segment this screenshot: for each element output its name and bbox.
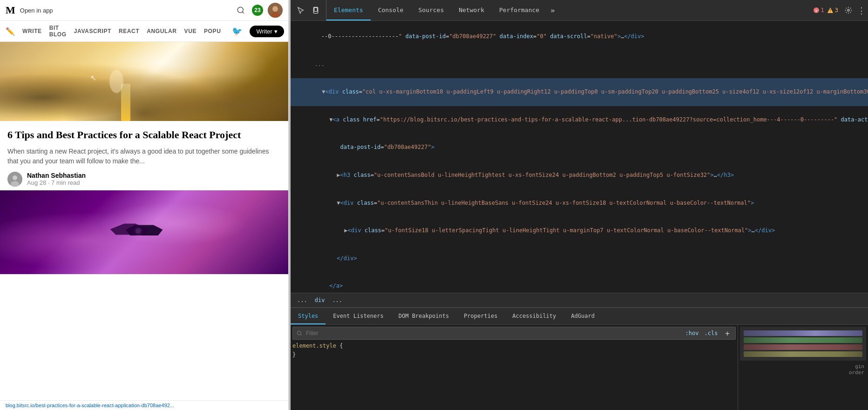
tab-styles[interactable]: Styles — [291, 308, 326, 324]
tree-line[interactable]: ▶<div class="u-fontSize18 u-letterSpacin… — [291, 217, 868, 245]
tab-adguard[interactable]: AdGuard — [563, 308, 602, 324]
author-row: Nathan Sebhastian Aug 28 · 7 min read — [7, 172, 281, 187]
filter-bar: :hov .cls + — [292, 327, 736, 340]
breadcrumb-div[interactable]: div — [312, 296, 328, 304]
tab-elements[interactable]: Elements — [326, 0, 371, 20]
svg-point-2 — [272, 6, 278, 12]
tree-line[interactable]: </a> — [291, 272, 868, 293]
author-name: Nathan Sebhastian — [27, 172, 86, 179]
devtools-icons — [291, 0, 326, 20]
breadcrumb-bar: ... div ... — [291, 293, 868, 308]
tree-line[interactable]: ▼<div class="u-contentSansThin u-lineHei… — [291, 189, 868, 217]
add-style-button[interactable]: + — [723, 329, 732, 338]
tree-line[interactable]: </div> — [291, 245, 868, 273]
tab-network[interactable]: Network — [451, 0, 492, 20]
content-area: ↖ 6 Tips and Best Practices for a Scalab… — [0, 42, 288, 400]
svg-point-5 — [13, 175, 17, 180]
nav-bitblog[interactable]: BIT BLOG — [49, 25, 67, 38]
search-button[interactable] — [234, 4, 247, 17]
tree-line[interactable]: ▶<h3 class="u-contentSansBold u-lineHeig… — [291, 161, 868, 189]
article-excerpt: When starting a new React project, it's … — [7, 147, 281, 166]
error-badge: ✕ 1 — [813, 7, 824, 13]
filter-icon — [297, 330, 302, 336]
svg-point-0 — [237, 7, 243, 13]
devtools-menu-button[interactable]: ⋮ — [855, 4, 868, 17]
tab-event-listeners[interactable]: Event Listeners — [326, 308, 391, 324]
second-article-image — [0, 190, 288, 274]
device-toolbar-button[interactable] — [309, 4, 322, 17]
more-tabs-button[interactable]: » — [547, 6, 559, 15]
nav-popular[interactable]: POPU — [204, 28, 221, 34]
nav-vue[interactable]: VUE — [184, 28, 197, 34]
styles-panel: :hov .cls + element.style { } — [291, 325, 868, 410]
tree-line[interactable]: --0--------------------" data-post-id="d… — [291, 23, 868, 51]
bottom-panel: Styles Event Listeners DOM Breakpoints P… — [291, 308, 868, 410]
url-bar: blog.bitsrc.io/best-practices-for-a-scal… — [0, 400, 288, 410]
twitter-icon[interactable]: 🐦 — [232, 26, 242, 36]
hov-button[interactable]: :hov — [684, 329, 701, 337]
tree-line[interactable]: ▼<a class href="https://blog.bitsrc.io/b… — [291, 106, 868, 134]
author-avatar — [7, 172, 22, 187]
cls-button[interactable]: .cls — [702, 329, 719, 337]
writer-button[interactable]: Writer ▾ — [250, 26, 284, 37]
nav-react[interactable]: REACT — [119, 28, 139, 34]
tree-line[interactable]: ... — [291, 51, 868, 79]
svg-point-14 — [298, 331, 301, 335]
author-meta: Aug 28 · 7 min read — [27, 179, 86, 186]
nav-bar: ✏️ WRITE BIT BLOG JAVASCRIPT REACT ANGUL… — [0, 21, 288, 42]
tree-line[interactable]: data-post-id="db708ae49227"> — [291, 134, 868, 161]
nav-write[interactable]: WRITE — [22, 28, 42, 34]
svg-rect-8 — [314, 8, 318, 12]
nav-angular[interactable]: ANGULAR — [147, 28, 176, 34]
tab-dom-breakpoints[interactable]: DOM Breakpoints — [391, 308, 456, 324]
nav-javascript[interactable]: JAVASCRIPT — [74, 28, 111, 34]
right-panel-text: gin order — [740, 362, 866, 377]
filter-input[interactable] — [306, 330, 680, 336]
tree-line-selected[interactable]: ▼<div class="col u-xs-marginBottom10 u-p… — [291, 78, 868, 106]
devtools-panel: Elements Console Sources Network Perform… — [291, 0, 868, 410]
svg-point-13 — [848, 9, 849, 11]
svg-text:✕: ✕ — [815, 8, 817, 13]
devtools-tabs: Elements Console Sources Network Perform… — [326, 0, 559, 20]
cursor-indicator: ↖ — [90, 74, 96, 82]
tab-console[interactable]: Console — [371, 0, 411, 20]
avatar[interactable] — [268, 3, 283, 18]
devtools-errors: ✕ 1 ! 3 — [809, 7, 842, 13]
tab-sources[interactable]: Sources — [411, 0, 451, 20]
notification-badge[interactable]: 23 — [252, 5, 263, 16]
styles-computed-panel: gin order — [738, 325, 868, 410]
css-rule-element-style: element.style { } — [292, 342, 736, 359]
tab-performance[interactable]: Performance — [492, 0, 547, 20]
breadcrumb-dots-left[interactable]: ... — [294, 296, 310, 304]
hero-image: ↖ — [0, 42, 288, 121]
tab-properties[interactable]: Properties — [456, 308, 505, 324]
bottom-tabs: Styles Event Listeners DOM Breakpoints P… — [291, 308, 868, 325]
computed-panel-header — [740, 327, 866, 361]
medium-logo[interactable]: M — [6, 4, 15, 16]
styles-left: :hov .cls + element.style { } — [291, 325, 738, 410]
tab-accessibility[interactable]: Accessibility — [505, 308, 563, 324]
devtools-settings-button[interactable] — [842, 4, 855, 17]
devtools-toolbar: Elements Console Sources Network Perform… — [291, 0, 868, 21]
warn-badge: ! 3 — [827, 7, 838, 13]
svg-text:!: ! — [829, 8, 831, 13]
pen-icon: ✏️ — [6, 27, 15, 36]
breadcrumb-dots-right[interactable]: ... — [329, 296, 345, 304]
filter-actions: :hov .cls — [684, 329, 720, 337]
article-title: 6 Tips and Best Practices for a Scalable… — [7, 128, 281, 142]
html-tree[interactable]: --0--------------------" data-post-id="d… — [291, 21, 868, 293]
inspect-element-button[interactable] — [294, 4, 307, 17]
browser-topbar: M Open in app 23 — [0, 0, 288, 21]
open-in-app-link[interactable]: Open in app — [20, 7, 53, 14]
article-info: 6 Tips and Best Practices for a Scalable… — [0, 121, 288, 190]
